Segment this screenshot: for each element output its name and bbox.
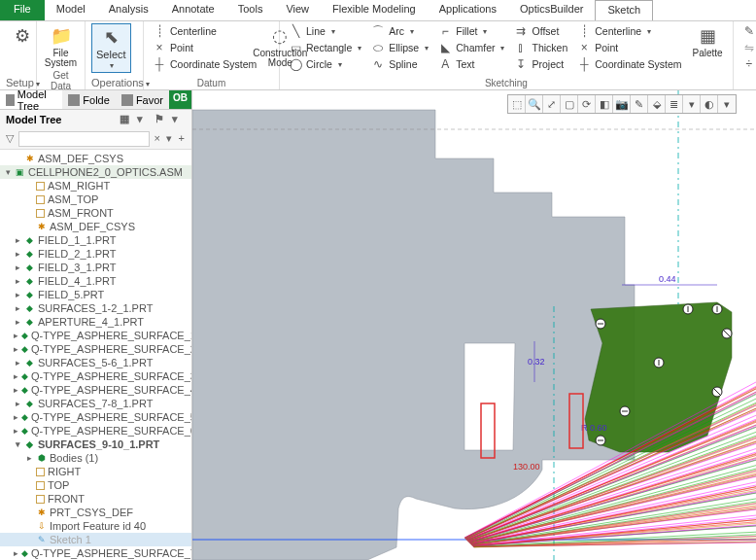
cursor-icon: ⬉ (100, 26, 121, 48)
tree-node[interactable]: ▸◆Q-TYPE_ASPHERE_SURFACE_5_1.PRT (0, 410, 191, 424)
tree-node[interactable]: ASM_FRONT (0, 206, 191, 220)
layers-icon[interactable]: ≣ (666, 95, 683, 113)
menu-sketch[interactable]: Sketch (595, 0, 653, 20)
thicken-button[interactable]: ⫿Thicken (511, 40, 570, 55)
tree-node[interactable]: ✱PRT_CSYS_DEF (0, 506, 191, 519)
menu-tools[interactable]: Tools (226, 0, 275, 20)
tree-node[interactable]: TOP (0, 478, 191, 492)
annot-icon[interactable]: ✎ (631, 95, 648, 113)
zoom-window-icon[interactable]: ⬚ (508, 95, 526, 113)
shade-icon[interactable]: ◧ (596, 95, 613, 113)
file-menu[interactable]: File (0, 0, 45, 20)
menu-analysis[interactable]: Analysis (97, 0, 160, 20)
point2-button[interactable]: ×Point (574, 40, 684, 55)
menu-annotate[interactable]: Annotate (160, 0, 226, 20)
tree-node[interactable]: FRONT (0, 492, 191, 506)
perspective-icon[interactable]: ⬙ (648, 95, 666, 113)
menu-applications[interactable]: Applications (428, 0, 508, 20)
filter-icon[interactable]: ▽ (6, 132, 15, 146)
model-tree[interactable]: ✱ASM_DEF_CSYS▾▣CELLPHONE2_0_OPTICS.ASMAS… (0, 150, 191, 560)
tree-node[interactable]: ▸◆Q-TYPE_ASPHERE_SURFACE_6_1.PRT (0, 424, 191, 438)
tree-node[interactable]: ✱ASM_DEF_CSYS (0, 152, 191, 165)
tree-node[interactable]: RIGHT (0, 465, 191, 478)
palette-button[interactable]: ▦ Palette (689, 23, 727, 60)
filter-dd[interactable]: ▾ (165, 132, 174, 146)
tree-node[interactable]: ▸◆Q-TYPE_ASPHERE_SURFACE_1 1.PRT (0, 329, 191, 342)
tree-node[interactable]: ⇩Import Feature id 40 (0, 519, 191, 533)
zoom-fit-icon[interactable]: ⤢ (543, 95, 561, 113)
tree-node[interactable]: ASM_RIGHT (0, 179, 191, 192)
saved-views-icon[interactable]: 📷 (613, 95, 631, 113)
filter-input[interactable] (18, 131, 150, 147)
tree-tool-4[interactable]: ▾ (172, 113, 186, 126)
tree-node[interactable]: ✱ASM_DEF_CSYS (0, 220, 191, 233)
tab-folder[interactable]: Folde (62, 90, 116, 109)
datum-point[interactable]: ×Point (150, 40, 259, 55)
offset-button[interactable]: ⇉Offset (511, 23, 570, 39)
tree-node[interactable]: ▸◆Q-TYPE_ASPHERE_SURFACE_2_1.PRT (0, 342, 191, 356)
tree-node[interactable]: ▾▣CELLPHONE2_0_OPTICS.ASM (0, 165, 191, 179)
chamfer-button[interactable]: ◣Chamfer▾ (435, 40, 507, 55)
menu-opticsbuilder[interactable]: OpticsBuilder (508, 0, 595, 20)
rectangle-button[interactable]: ▭Rectangle▾ (286, 40, 364, 55)
tab-model-tree[interactable]: Model Tree (0, 90, 62, 109)
select-button[interactable]: ⬉ Select▾ (91, 23, 131, 73)
setup-button[interactable]: ⚙ (6, 23, 39, 49)
zoom-in-icon[interactable]: 🔍 (526, 95, 543, 113)
folder-icon: 📁 (51, 25, 72, 47)
datum-coord[interactable]: ┼Coordinate System (150, 56, 259, 72)
tree-node[interactable]: ▸◆FIELD_3_1.PRT (0, 261, 191, 274)
tree-node[interactable]: ▸◆Q-TYPE_ASPHERE_SURFACE_3_1.PRT (0, 369, 191, 383)
tab-favorites[interactable]: Favor (116, 90, 169, 109)
coord2-button[interactable]: ┼Coordinate System (574, 56, 684, 72)
tree-node[interactable]: ASM_TOP (0, 192, 191, 206)
dd1-icon[interactable]: ▾ (683, 95, 701, 113)
file-system-button[interactable]: 📁 File System (43, 23, 79, 70)
arc-button[interactable]: ⌒Arc▾ (368, 23, 431, 39)
tree-node[interactable]: ▸◆FIELD_5.PRT (0, 288, 191, 301)
circle-button[interactable]: ◯Circle▾ (286, 56, 364, 72)
tree-node[interactable]: ▸◆SURFACES_7-8_1.PRT (0, 397, 191, 410)
filter-add[interactable]: + (178, 132, 187, 146)
tree-node[interactable]: ▸◆Q-TYPE_ASPHERE_SURFACE_7_1.PRT (0, 546, 191, 560)
centerline2-icon: ┊ (577, 24, 591, 38)
centerline2-button[interactable]: ┊Centerline▾ (574, 23, 684, 39)
menu-flexible[interactable]: Flexible Modeling (321, 0, 428, 20)
refit-icon[interactable]: ▢ (561, 95, 578, 113)
rectangle-icon: ▭ (289, 41, 302, 54)
repaint-icon[interactable]: ⟳ (578, 95, 596, 113)
text-button[interactable]: AText (435, 56, 507, 72)
display-icon[interactable]: ◐ (701, 95, 718, 113)
tree-node[interactable]: ▸◆APERTURE_4_1.PRT (0, 315, 191, 329)
spline-button[interactable]: ∿Spline (368, 56, 431, 72)
mirror-button[interactable]: ⇋Mirror (739, 40, 756, 55)
dd2-icon[interactable]: ▾ (718, 95, 736, 113)
tree-tool-2[interactable]: ▾ (137, 113, 151, 126)
tree-tool-3[interactable]: ⚑ (155, 113, 168, 126)
graphics-area[interactable]: 0.44 0.32 R 0.60 130.00 (192, 90, 756, 560)
fillet-button[interactable]: ⌐Fillet▾ (435, 23, 507, 39)
line-button[interactable]: ╲Line▾ (286, 23, 364, 39)
tree-node[interactable]: ▸◆SURFACES_5-6_1.PRT (0, 356, 191, 369)
point-icon: × (153, 41, 166, 54)
clear-filter-icon[interactable]: × (154, 132, 162, 146)
menu-model[interactable]: Model (45, 0, 97, 20)
tree-node[interactable]: ▸◆FIELD_1_1.PRT (0, 233, 191, 247)
datum-centerline[interactable]: ┊Centerline (150, 23, 259, 39)
tree-node[interactable]: ▸◆Q-TYPE_ASPHERE_SURFACE_4_1.PRT (0, 383, 191, 397)
menu-view[interactable]: View (274, 0, 321, 20)
tree-node[interactable]: ▸⬢Bodies (1) (0, 451, 191, 465)
tree-node[interactable]: ✎Sketch 1 (0, 533, 191, 546)
offset-icon: ⇉ (514, 24, 528, 38)
tree-node[interactable]: ▸◆FIELD_2_1.PRT (0, 247, 191, 261)
project-button[interactable]: ↧Project (511, 56, 570, 72)
ob-badge[interactable]: OB (169, 90, 191, 109)
modify-button[interactable]: ✎Modify (739, 23, 756, 39)
tree-tool-1[interactable]: ▦ (120, 113, 133, 126)
divide-button[interactable]: ÷Divide (739, 56, 756, 72)
ellipse-button[interactable]: ⬭Ellipse▾ (368, 40, 431, 55)
tree-node[interactable]: ▾◆SURFACES_9-10_1.PRT (0, 438, 191, 451)
tree-title: Model Tree ▦ ▾ ⚑ ▾ (0, 110, 191, 129)
tree-node[interactable]: ▸◆SURFACES_1-2_1.PRT (0, 301, 191, 315)
tree-node[interactable]: ▸◆FIELD_4_1.PRT (0, 274, 191, 288)
